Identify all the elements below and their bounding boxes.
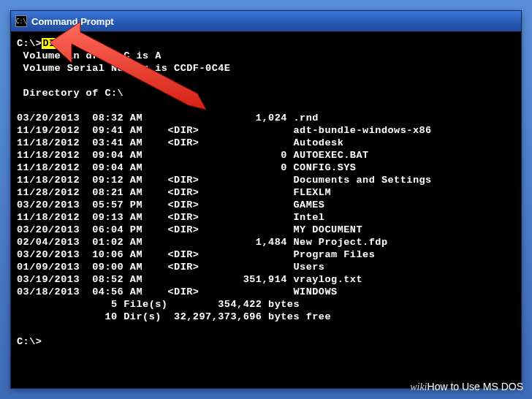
terminal-output[interactable]: C:\>DIR Volume in drive C is A Volume Se…: [11, 31, 521, 354]
prompt-prefix: C:\>: [17, 38, 42, 49]
entered-command: DIR: [42, 38, 62, 49]
end-prompt[interactable]: C:\>: [17, 336, 42, 347]
command-prompt-window: C:\ Command Prompt C:\>DIR Volume in dri…: [10, 10, 522, 389]
summary-files: 5 File(s) 354,422 bytes: [17, 299, 300, 310]
volume-line2: Volume Serial Number is CCDF-0C4E: [17, 63, 230, 74]
window-title: Command Prompt: [31, 16, 114, 27]
watermark: wikiHow to Use MS DOS: [410, 381, 523, 393]
summary-dirs: 10 Dir(s) 32,297,373,696 bytes free: [17, 311, 331, 322]
watermark-wiki: wiki: [410, 381, 427, 392]
volume-line1: Volume in drive C is A: [17, 50, 162, 61]
watermark-text: How to Use MS DOS: [428, 381, 523, 392]
titlebar[interactable]: C:\ Command Prompt: [11, 11, 521, 31]
cmd-icon: C:\: [15, 15, 27, 27]
directory-header: Directory of C:\: [17, 88, 123, 99]
